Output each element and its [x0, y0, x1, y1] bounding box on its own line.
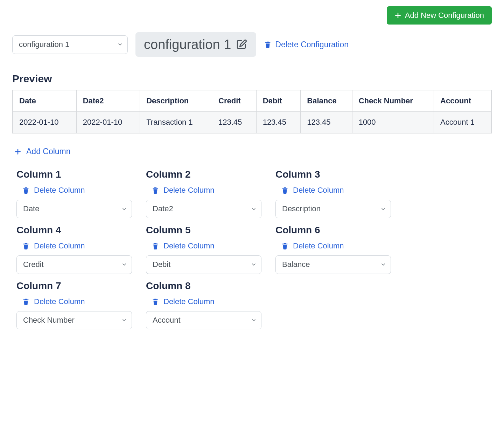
preview-heading: Preview [12, 73, 492, 85]
delete-column-label: Delete Column [34, 186, 85, 195]
column-title: Column 5 [146, 225, 261, 236]
add-new-configuration-button[interactable]: Add New Configuration [387, 6, 492, 25]
preview-header-cell: Date2 [76, 90, 140, 112]
column-title: Column 3 [275, 169, 391, 180]
column-card: Column 1Delete ColumnDate [16, 169, 132, 218]
column-title: Column 6 [275, 225, 391, 236]
preview-header-cell: Date [13, 90, 76, 112]
delete-column-label: Delete Column [34, 241, 85, 251]
preview-header-cell: Credit [212, 90, 257, 112]
column-title: Column 2 [146, 169, 261, 180]
plus-icon [394, 12, 401, 19]
add-column-button[interactable]: Add Column [14, 147, 71, 156]
delete-column-button[interactable]: Delete Column [22, 186, 85, 195]
column-card: Column 7Delete ColumnCheck Number [16, 280, 132, 330]
delete-column-button[interactable]: Delete Column [281, 241, 344, 251]
delete-column-label: Delete Column [163, 241, 215, 251]
preview-header-cell: Balance [301, 90, 352, 112]
trash-icon [152, 242, 159, 250]
column-card: Column 6Delete ColumnBalance [275, 225, 391, 274]
delete-column-button[interactable]: Delete Column [22, 297, 85, 306]
column-card: Column 4Delete ColumnCredit [16, 225, 132, 274]
column-card: Column 5Delete ColumnDebit [146, 225, 261, 274]
delete-column-label: Delete Column [34, 297, 85, 306]
add-new-configuration-label: Add New Configuration [405, 11, 484, 20]
delete-column-label: Delete Column [163, 186, 215, 195]
trash-icon [281, 186, 289, 194]
preview-cell: 123.45 [301, 112, 352, 133]
plus-icon [14, 148, 21, 155]
edit-icon [236, 39, 248, 50]
preview-cell: 123.45 [256, 112, 301, 133]
configuration-select[interactable]: configuration 1 [12, 35, 128, 54]
preview-header-cell: Account [434, 90, 491, 112]
column-title: Column 1 [16, 169, 132, 180]
delete-configuration-button[interactable]: Delete Configuration [264, 40, 349, 49]
preview-header-cell: Check Number [352, 90, 434, 112]
delete-column-label: Delete Column [163, 297, 215, 306]
column-card: Column 3Delete ColumnDescription [275, 169, 391, 218]
preview-header-cell: Debit [256, 90, 301, 112]
preview-cell: 2022-01-10 [13, 112, 76, 133]
trash-icon [281, 242, 289, 250]
column-type-select[interactable]: Date [16, 200, 132, 218]
delete-column-button[interactable]: Delete Column [281, 186, 344, 195]
column-title: Column 8 [146, 280, 261, 291]
preview-cell: 123.45 [212, 112, 257, 133]
column-type-select[interactable]: Debit [146, 255, 261, 274]
column-type-select[interactable]: Date2 [146, 200, 261, 218]
configuration-title-pill[interactable]: configuration 1 [135, 32, 256, 57]
delete-column-label: Delete Column [293, 241, 344, 251]
delete-configuration-label: Delete Configuration [275, 40, 349, 49]
preview-cell: Transaction 1 [140, 112, 212, 133]
column-type-select[interactable]: Check Number [16, 311, 132, 330]
configuration-title-text: configuration 1 [144, 38, 231, 51]
preview-header-cell: Description [140, 90, 212, 112]
column-title: Column 7 [16, 280, 132, 291]
preview-cell: 1000 [352, 112, 434, 133]
trash-icon [22, 298, 30, 306]
trash-icon [264, 41, 272, 48]
preview-cell: 2022-01-10 [76, 112, 140, 133]
delete-column-button[interactable]: Delete Column [152, 297, 215, 306]
delete-column-label: Delete Column [293, 186, 344, 195]
trash-icon [152, 186, 159, 194]
delete-column-button[interactable]: Delete Column [22, 241, 85, 251]
preview-table: DateDate2DescriptionCreditDebitBalanceCh… [12, 90, 492, 133]
column-card: Column 8Delete ColumnAccount [146, 280, 261, 330]
column-type-select[interactable]: Credit [16, 255, 132, 274]
preview-cell: Account 1 [434, 112, 491, 133]
trash-icon [22, 242, 30, 250]
column-card: Column 2Delete ColumnDate2 [146, 169, 261, 218]
column-type-select[interactable]: Balance [275, 255, 391, 274]
delete-column-button[interactable]: Delete Column [152, 241, 215, 251]
preview-row: 2022-01-102022-01-10Transaction 1123.451… [13, 112, 491, 133]
add-column-label: Add Column [26, 147, 71, 156]
column-type-select[interactable]: Account [146, 311, 261, 330]
trash-icon [152, 298, 159, 306]
column-type-select[interactable]: Description [275, 200, 391, 218]
delete-column-button[interactable]: Delete Column [152, 186, 215, 195]
column-title: Column 4 [16, 225, 132, 236]
trash-icon [22, 186, 30, 194]
